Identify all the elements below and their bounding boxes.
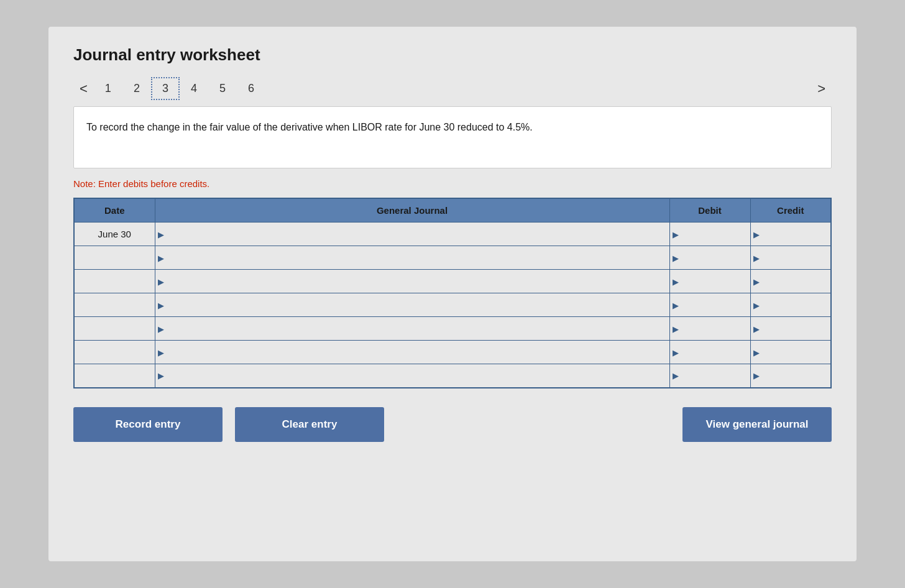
gj-input-5[interactable] <box>159 343 666 361</box>
cell-arrow-icon: ▶ <box>158 371 164 380</box>
record-entry-button[interactable]: Record entry <box>73 407 223 442</box>
main-container: Journal entry worksheet < 1 2 3 4 5 6 > … <box>48 27 857 561</box>
table-row: ▶▶▶ <box>74 270 831 293</box>
pagination-item-1[interactable]: 1 <box>94 77 122 100</box>
page-title: Journal entry worksheet <box>73 45 832 65</box>
next-arrow[interactable]: > <box>811 78 832 100</box>
col-header-debit: Debit <box>669 198 750 223</box>
description-text: To record the change in the fair value o… <box>86 122 533 132</box>
gj-input-2[interactable] <box>159 272 666 290</box>
date-cell-0: June 30 <box>74 223 155 246</box>
cell-arrow-icon: ▶ <box>158 229 164 239</box>
date-cell-5 <box>74 341 155 364</box>
debit-input-0[interactable] <box>674 225 747 243</box>
cell-arrow-icon: ▶ <box>673 300 679 310</box>
cell-arrow-icon: ▶ <box>158 277 164 286</box>
credit-input-0[interactable] <box>755 225 827 243</box>
credit-input-4[interactable] <box>755 319 827 338</box>
gj-input-3[interactable] <box>159 296 666 314</box>
cell-arrow-icon: ▶ <box>753 371 760 380</box>
debit-input-1[interactable] <box>674 249 747 267</box>
pagination-item-4[interactable]: 4 <box>180 77 208 100</box>
journal-table: Date General Journal Debit Credit June 3… <box>73 198 832 388</box>
debit-input-6[interactable] <box>674 367 747 385</box>
credit-cell-3[interactable]: ▶ <box>750 293 831 317</box>
cell-arrow-icon: ▶ <box>753 229 760 239</box>
date-cell-4 <box>74 317 155 341</box>
description-box: To record the change in the fair value o… <box>73 106 832 168</box>
cell-arrow-icon: ▶ <box>158 300 164 310</box>
cell-arrow-icon: ▶ <box>158 253 164 262</box>
date-cell-3 <box>74 293 155 317</box>
pagination-item-3[interactable]: 3 <box>151 77 180 100</box>
gj-cell-3[interactable]: ▶ <box>155 293 669 317</box>
table-row: June 30▶▶▶ <box>74 223 831 246</box>
gj-cell-0[interactable]: ▶ <box>155 223 669 246</box>
credit-input-6[interactable] <box>755 367 827 385</box>
credit-input-2[interactable] <box>755 272 827 290</box>
cell-arrow-icon: ▶ <box>753 253 760 262</box>
gj-input-4[interactable] <box>159 319 666 338</box>
gj-cell-6[interactable]: ▶ <box>155 364 669 388</box>
debit-cell-2[interactable]: ▶ <box>669 270 750 293</box>
credit-cell-2[interactable]: ▶ <box>750 270 831 293</box>
date-cell-1 <box>74 246 155 270</box>
debit-cell-6[interactable]: ▶ <box>669 364 750 388</box>
gj-input-6[interactable] <box>159 367 666 385</box>
view-general-journal-button[interactable]: View general journal <box>682 407 832 442</box>
gj-cell-4[interactable]: ▶ <box>155 317 669 341</box>
debit-cell-1[interactable]: ▶ <box>669 246 750 270</box>
cell-arrow-icon: ▶ <box>158 347 164 357</box>
gj-cell-2[interactable]: ▶ <box>155 270 669 293</box>
table-row: ▶▶▶ <box>74 364 831 388</box>
buttons-row: Record entry Clear entry View general jo… <box>73 407 832 442</box>
date-cell-2 <box>74 270 155 293</box>
cell-arrow-icon: ▶ <box>673 253 679 262</box>
debit-input-4[interactable] <box>674 319 747 338</box>
credit-input-1[interactable] <box>755 249 827 267</box>
table-row: ▶▶▶ <box>74 341 831 364</box>
cell-arrow-icon: ▶ <box>753 347 760 357</box>
gj-input-1[interactable] <box>159 249 666 267</box>
debit-cell-4[interactable]: ▶ <box>669 317 750 341</box>
debit-input-5[interactable] <box>674 343 747 361</box>
debit-input-3[interactable] <box>674 296 747 314</box>
credit-cell-5[interactable]: ▶ <box>750 341 831 364</box>
gj-input-0[interactable] <box>159 225 666 243</box>
col-header-date: Date <box>74 198 155 223</box>
gj-cell-5[interactable]: ▶ <box>155 341 669 364</box>
cell-arrow-icon: ▶ <box>753 300 760 310</box>
cell-arrow-icon: ▶ <box>673 347 679 357</box>
clear-entry-button[interactable]: Clear entry <box>235 407 384 442</box>
cell-arrow-icon: ▶ <box>753 277 760 286</box>
credit-input-3[interactable] <box>755 296 827 314</box>
credit-input-5[interactable] <box>755 343 827 361</box>
pagination-item-6[interactable]: 6 <box>237 77 265 100</box>
col-header-general-journal: General Journal <box>155 198 669 223</box>
debit-cell-5[interactable]: ▶ <box>669 341 750 364</box>
pagination-item-2[interactable]: 2 <box>122 77 151 100</box>
credit-cell-1[interactable]: ▶ <box>750 246 831 270</box>
table-row: ▶▶▶ <box>74 293 831 317</box>
pagination-item-5[interactable]: 5 <box>208 77 237 100</box>
pagination: < 1 2 3 4 5 6 > <box>73 77 832 100</box>
note-text: Note: Enter debits before credits. <box>73 178 832 189</box>
cell-arrow-icon: ▶ <box>673 324 679 333</box>
cell-arrow-icon: ▶ <box>673 371 679 380</box>
debit-cell-3[interactable]: ▶ <box>669 293 750 317</box>
cell-arrow-icon: ▶ <box>673 229 679 239</box>
credit-cell-4[interactable]: ▶ <box>750 317 831 341</box>
table-row: ▶▶▶ <box>74 317 831 341</box>
cell-arrow-icon: ▶ <box>158 324 164 333</box>
cell-arrow-icon: ▶ <box>673 277 679 286</box>
gj-cell-1[interactable]: ▶ <box>155 246 669 270</box>
credit-cell-6[interactable]: ▶ <box>750 364 831 388</box>
cell-arrow-icon: ▶ <box>753 324 760 333</box>
date-cell-6 <box>74 364 155 388</box>
table-row: ▶▶▶ <box>74 246 831 270</box>
prev-arrow[interactable]: < <box>73 78 94 100</box>
debit-cell-0[interactable]: ▶ <box>669 223 750 246</box>
col-header-credit: Credit <box>750 198 831 223</box>
debit-input-2[interactable] <box>674 272 747 290</box>
credit-cell-0[interactable]: ▶ <box>750 223 831 246</box>
